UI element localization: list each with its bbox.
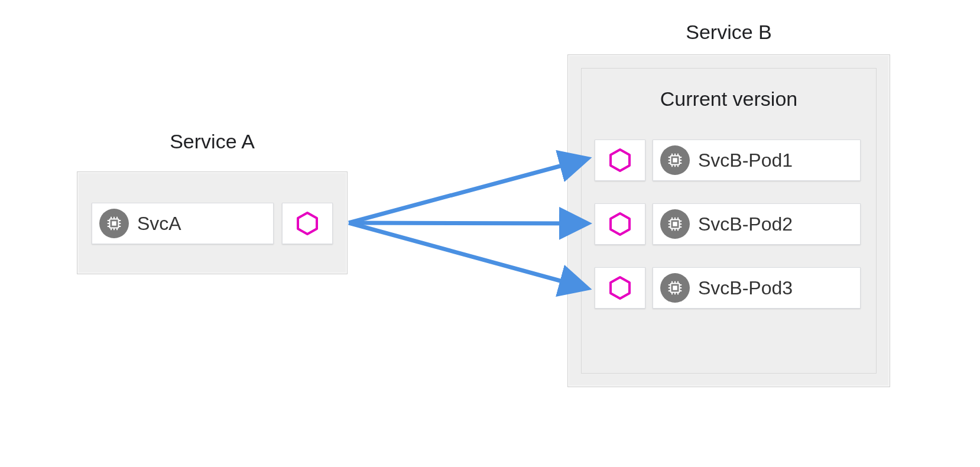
svca-proxy-hex (282, 203, 333, 244)
current-version-box: Current version SvcB-Pod1 (581, 68, 877, 374)
svcb-pod3-proxy-hex (595, 267, 645, 309)
hexagon-icon (294, 210, 320, 236)
service-b-title: Service B (567, 21, 890, 44)
svg-rect-47 (673, 286, 677, 290)
svca-pod-label: SvcA (137, 213, 181, 235)
service-a-box: SvcA (77, 171, 348, 274)
svg-marker-15 (611, 150, 629, 171)
svg-marker-45 (611, 277, 629, 299)
svcb-pod1-card: SvcB-Pod1 (653, 140, 861, 181)
service-b-box: Current version SvcB-Pod1 (567, 54, 890, 387)
service-a-title: Service A (77, 130, 348, 153)
svcb-pod2-card: SvcB-Pod2 (653, 203, 861, 245)
arrow-to-pod2 (349, 223, 584, 223)
chip-icon (660, 209, 690, 239)
hexagon-icon (607, 211, 633, 237)
chip-icon (660, 145, 690, 175)
hexagon-icon (607, 147, 633, 173)
svg-marker-14 (298, 213, 317, 234)
svcb-pod3-card: SvcB-Pod3 (653, 267, 861, 309)
arrow-to-pod3 (349, 223, 584, 287)
hexagon-icon (607, 275, 633, 301)
chip-icon (660, 273, 690, 303)
svcb-pod1-label: SvcB-Pod1 (698, 150, 793, 171)
svcb-pod1-proxy-hex (595, 140, 645, 181)
svcb-pod2-label: SvcB-Pod2 (698, 213, 793, 235)
chip-icon (99, 209, 129, 238)
svg-marker-30 (611, 213, 629, 235)
svcb-pod2-proxy-hex (595, 203, 645, 245)
current-version-title: Current version (582, 87, 876, 111)
arrow-to-pod1 (349, 160, 584, 223)
svg-rect-32 (673, 222, 677, 226)
svca-pod-card: SvcA (92, 203, 274, 244)
svcb-pod3-label: SvcB-Pod3 (698, 277, 793, 299)
svg-rect-1 (112, 221, 116, 226)
svg-rect-17 (673, 158, 677, 163)
